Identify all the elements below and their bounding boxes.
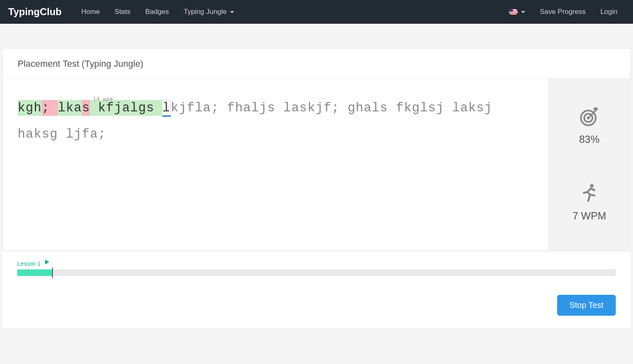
char: l	[452, 101, 460, 115]
char: g	[412, 101, 420, 115]
char: k	[18, 100, 26, 116]
nav-right: Save Progress Login	[501, 0, 625, 23]
char: a	[122, 100, 130, 116]
char: f	[396, 101, 404, 115]
char: s	[428, 101, 436, 115]
char: l	[130, 100, 139, 116]
char	[154, 100, 162, 116]
nav-stats[interactable]: Stats	[107, 0, 138, 23]
flag-us-icon	[509, 9, 518, 15]
char: l	[58, 100, 66, 116]
char: f	[227, 101, 235, 115]
wpm-value: 7 WPM	[573, 210, 606, 222]
char: l	[162, 100, 171, 117]
char	[339, 101, 348, 115]
char: g	[138, 100, 146, 116]
char: s	[146, 100, 155, 116]
nav-links: Home Stats Badges Typing Jungle	[74, 0, 241, 23]
panel-title: Placement Test (Typing Jungle)	[3, 49, 630, 79]
char: k	[307, 101, 316, 115]
char	[219, 101, 227, 115]
nav-save-progress[interactable]: Save Progress	[533, 0, 593, 23]
typing-line-2: haksg ljfa;	[18, 121, 533, 147]
char: a	[291, 101, 300, 115]
char: a	[203, 101, 211, 115]
char: a	[243, 101, 251, 115]
char: h	[235, 101, 243, 115]
char	[50, 100, 58, 116]
char: h	[34, 100, 42, 116]
runner-icon	[578, 182, 600, 203]
panel-body: 14 wpm kgh; lkas kfjalgs lkjfla; fhaljs …	[3, 79, 630, 251]
char: k	[171, 101, 179, 115]
stop-row: Stop Test	[17, 295, 616, 316]
char: s	[267, 101, 276, 115]
wpm-bubble-number: 14	[93, 96, 100, 102]
progress-bar[interactable]	[17, 269, 616, 276]
char: a	[364, 101, 372, 115]
lesson-label: Lesson 1	[17, 260, 41, 267]
caret-down-icon	[230, 11, 234, 13]
char: j	[436, 101, 444, 115]
char	[276, 101, 284, 115]
progress-wrap: Lesson 1	[17, 269, 616, 276]
char: f	[187, 101, 195, 115]
stop-test-button[interactable]: Stop Test	[557, 295, 616, 316]
footer: Lesson 1 Stop Test	[2, 251, 631, 328]
char: j	[316, 101, 324, 115]
accuracy-stat: 83%	[579, 107, 599, 145]
char	[388, 101, 396, 115]
char: k	[66, 100, 74, 116]
nav-login[interactable]: Login	[593, 0, 625, 23]
char: g	[348, 101, 356, 115]
char: s	[380, 101, 388, 115]
char: j	[179, 101, 187, 115]
char: l	[372, 101, 380, 115]
char: j	[484, 101, 492, 115]
char: j	[259, 101, 267, 115]
char: l	[283, 101, 291, 115]
char: k	[404, 101, 412, 115]
char: ;	[42, 100, 50, 116]
nav-typing-jungle-label: Typing Jungle	[184, 8, 227, 16]
nav-home[interactable]: Home	[74, 0, 107, 23]
lesson-flag-icon	[45, 260, 49, 265]
char: l	[420, 101, 428, 115]
wpm-bubble: 14 wpm	[93, 86, 113, 113]
char: h	[356, 101, 364, 115]
char: f	[323, 101, 332, 115]
char: ;	[332, 101, 340, 115]
svg-point-3	[590, 184, 594, 188]
wpm-stat: 7 WPM	[573, 182, 606, 222]
stats-sidebar: 83% 7 WPM	[548, 79, 630, 251]
target-icon	[579, 107, 599, 127]
char: ;	[211, 101, 219, 115]
wpm-bubble-unit: wpm	[103, 97, 113, 102]
char: k	[468, 101, 476, 115]
nav-typing-jungle[interactable]: Typing Jungle	[176, 0, 241, 23]
brand-logo[interactable]: TypingClub	[8, 6, 61, 18]
accuracy-value: 83%	[579, 133, 599, 145]
char: a	[74, 100, 82, 116]
char: j	[114, 100, 122, 116]
nav-badges[interactable]: Badges	[138, 0, 176, 23]
char: s	[82, 100, 90, 116]
progress-fill	[17, 269, 52, 276]
char: s	[299, 101, 307, 115]
char: l	[251, 101, 260, 115]
char: a	[460, 101, 469, 115]
language-selector[interactable]	[501, 1, 533, 23]
char: g	[26, 100, 34, 116]
main-panel: Placement Test (Typing Jungle) 14 wpm kg…	[2, 48, 631, 251]
char	[444, 101, 452, 115]
navbar: TypingClub Home Stats Badges Typing Jung…	[0, 0, 633, 24]
caret-down-icon	[521, 11, 525, 13]
char: s	[476, 101, 485, 115]
typing-area[interactable]: 14 wpm kgh; lkas kfjalgs lkjfla; fhaljs …	[3, 79, 548, 251]
char: l	[195, 101, 203, 115]
